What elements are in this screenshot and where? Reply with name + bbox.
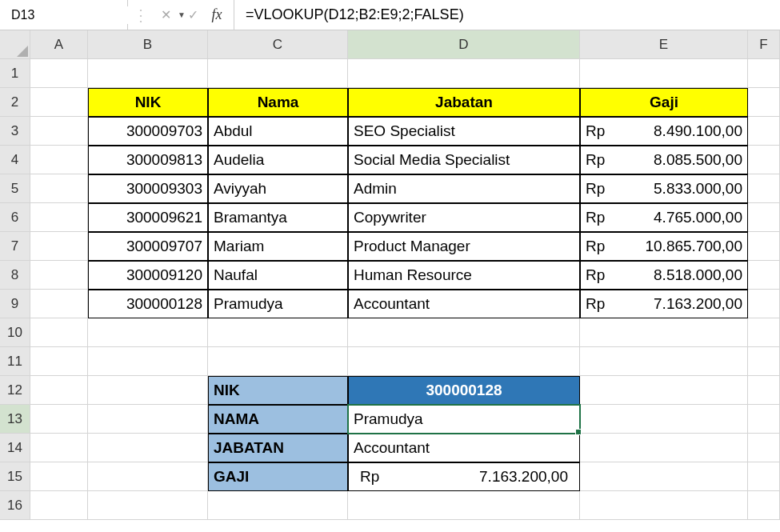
cell-D3[interactable]: SEO Specialist [348,117,580,146]
row-header-12[interactable]: 12 [0,376,30,405]
row-header-14[interactable]: 14 [0,434,30,462]
select-all-corner[interactable] [0,30,30,59]
cell-E9[interactable]: Rp7.163.200,00 [580,290,748,318]
cell-A8[interactable] [30,261,88,290]
cell-E6[interactable]: Rp4.765.000,00 [580,203,748,232]
cell-B2[interactable]: NIK [88,88,208,117]
cell-D11[interactable] [348,347,580,376]
cell-B4[interactable]: 300009813 [88,146,208,174]
col-header-B[interactable]: B [88,30,208,59]
cell-D13[interactable]: Pramudya [348,405,580,434]
cell-A12[interactable] [30,376,88,405]
cell-C16[interactable] [208,491,348,520]
cell-D9[interactable]: Accountant [348,290,580,318]
cell-E15[interactable] [580,462,748,491]
cell-F16[interactable] [748,491,780,520]
cell-D12[interactable]: 300000128 [348,376,580,405]
cell-C14[interactable]: JABATAN [208,434,348,462]
cell-B10[interactable] [88,318,208,347]
cell-D6[interactable]: Copywriter [348,203,580,232]
row-header-10[interactable]: 10 [0,318,30,347]
cell-B3[interactable]: 300009703 [88,117,208,146]
cell-A6[interactable] [30,203,88,232]
row-header-6[interactable]: 6 [0,203,30,232]
row-header-4[interactable]: 4 [0,146,30,174]
cell-E12[interactable] [580,376,748,405]
cell-D8[interactable]: Human Resource [348,261,580,290]
cell-C1[interactable] [208,59,348,88]
cancel-icon[interactable]: ✕ [152,7,179,22]
cell-A15[interactable] [30,462,88,491]
cell-F4[interactable] [748,146,780,174]
row-header-2[interactable]: 2 [0,88,30,117]
cell-C10[interactable] [208,318,348,347]
cell-E8[interactable]: Rp8.518.000,00 [580,261,748,290]
cell-C8[interactable]: Naufal [208,261,348,290]
cell-C12[interactable]: NIK [208,376,348,405]
row-header-16[interactable]: 16 [0,491,30,520]
cell-B5[interactable]: 300009303 [88,174,208,203]
cell-C4[interactable]: Audelia [208,146,348,174]
cell-D7[interactable]: Product Manager [348,232,580,261]
cell-C5[interactable]: Aviyyah [208,174,348,203]
cell-A2[interactable] [30,88,88,117]
cell-B11[interactable] [88,347,208,376]
cell-B8[interactable]: 300009120 [88,261,208,290]
formula-bar-handle-icon[interactable]: ⋮ [128,10,152,20]
formula-input[interactable]: =VLOOKUP(D12;B2:E9;2;FALSE) [234,0,780,30]
cell-E16[interactable] [580,491,748,520]
cell-B1[interactable] [88,59,208,88]
cell-D4[interactable]: Social Media Specialist [348,146,580,174]
cell-A1[interactable] [30,59,88,88]
cell-A16[interactable] [30,491,88,520]
cell-A13[interactable] [30,405,88,434]
row-header-8[interactable]: 8 [0,261,30,290]
cell-E13[interactable] [580,405,748,434]
cell-F7[interactable] [748,232,780,261]
cell-F5[interactable] [748,174,780,203]
row-header-7[interactable]: 7 [0,232,30,261]
cell-C2[interactable]: Nama [208,88,348,117]
cell-F13[interactable] [748,405,780,434]
cell-D14[interactable]: Accountant [348,434,580,462]
row-header-13[interactable]: 13 [0,405,30,434]
col-header-E[interactable]: E [580,30,748,59]
cell-B6[interactable]: 300009621 [88,203,208,232]
cell-F14[interactable] [748,434,780,462]
cell-E10[interactable] [580,318,748,347]
cell-D15[interactable]: Rp7.163.200,00 [348,462,580,491]
cell-A5[interactable] [30,174,88,203]
accept-icon[interactable]: ✓ [179,7,206,22]
cell-E5[interactable]: Rp5.833.000,00 [580,174,748,203]
cell-D2[interactable]: Jabatan [348,88,580,117]
row-header-3[interactable]: 3 [0,117,30,146]
cell-D10[interactable] [348,318,580,347]
cell-C11[interactable] [208,347,348,376]
cell-C6[interactable]: Bramantya [208,203,348,232]
cell-B14[interactable] [88,434,208,462]
cell-E14[interactable] [580,434,748,462]
cell-F12[interactable] [748,376,780,405]
cell-E4[interactable]: Rp8.085.500,00 [580,146,748,174]
col-header-D[interactable]: D [348,30,580,59]
cell-A11[interactable] [30,347,88,376]
cell-D5[interactable]: Admin [348,174,580,203]
fx-icon[interactable]: fx [206,6,234,23]
cell-E7[interactable]: Rp10.865.700,00 [580,232,748,261]
cell-E11[interactable] [580,347,748,376]
cell-F10[interactable] [748,318,780,347]
cell-F2[interactable] [748,88,780,117]
cell-A10[interactable] [30,318,88,347]
cell-F6[interactable] [748,203,780,232]
row-header-15[interactable]: 15 [0,462,30,491]
cell-A3[interactable] [30,117,88,146]
cell-E2[interactable]: Gaji [580,88,748,117]
cell-D16[interactable] [348,491,580,520]
col-header-F[interactable]: F [748,30,780,59]
cell-B15[interactable] [88,462,208,491]
row-header-9[interactable]: 9 [0,290,30,318]
cell-A4[interactable] [30,146,88,174]
cell-A9[interactable] [30,290,88,318]
cell-C13[interactable]: NAMA [208,405,348,434]
cell-B7[interactable]: 300009707 [88,232,208,261]
